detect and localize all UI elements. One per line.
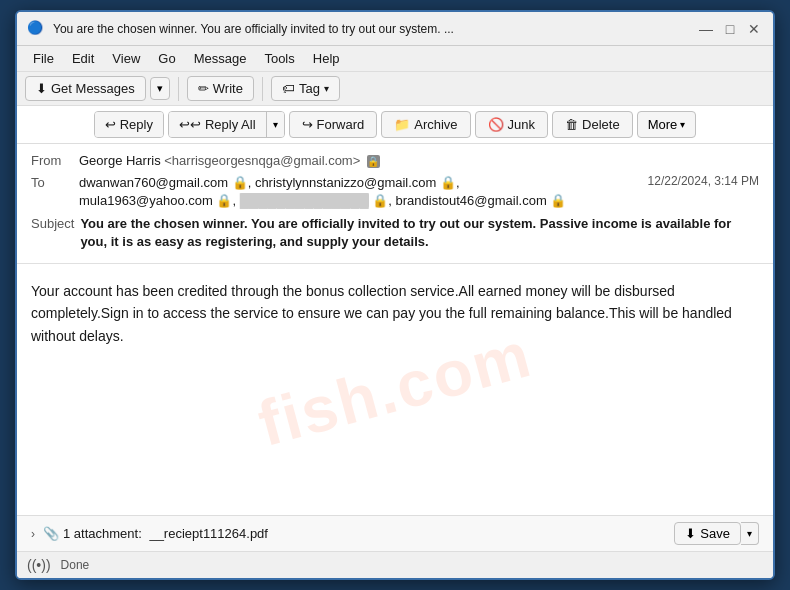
forward-button[interactable]: ↪ Forward xyxy=(289,111,378,138)
subject-row: Subject You are the chosen winner. You a… xyxy=(31,215,759,251)
reply-icon: ↩ xyxy=(105,117,116,132)
get-messages-button[interactable]: ⬇ Get Messages xyxy=(25,76,146,101)
archive-button[interactable]: 📁 Archive xyxy=(381,111,470,138)
signal-icon: ((•)) xyxy=(27,557,51,573)
save-icon: ⬇ xyxy=(685,526,696,541)
email-body-text: Your account has been credited through t… xyxy=(31,280,759,347)
menu-go[interactable]: Go xyxy=(150,48,183,69)
reply-all-button[interactable]: ↩↩ Reply All xyxy=(169,112,266,137)
subject-value: You are the chosen winner. You are offic… xyxy=(80,215,759,251)
email-date: 12/22/2024, 3:14 PM xyxy=(648,174,759,188)
sender-email: <harrisgeorgesnqga@gmail.com> xyxy=(164,153,360,168)
email-window: 🔵 You are the chosen winner. You are off… xyxy=(15,10,775,580)
window-title: You are the chosen winner. You are offic… xyxy=(53,22,689,36)
write-button[interactable]: ✏ Write xyxy=(187,76,254,101)
get-messages-dropdown[interactable]: ▾ xyxy=(150,77,170,100)
save-attachment-button[interactable]: ⬇ Save xyxy=(674,522,741,545)
to-value: dwanwan760@gmail.com 🔒, christylynnstani… xyxy=(79,174,638,210)
reply-all-split-button: ↩↩ Reply All ▾ xyxy=(168,111,285,138)
archive-icon: 📁 xyxy=(394,117,410,132)
to-row: To dwanwan760@gmail.com 🔒, christylynnst… xyxy=(31,174,759,210)
menubar: File Edit View Go Message Tools Help xyxy=(17,46,773,72)
from-row: From George Harris <harrisgeorgesnqga@gm… xyxy=(31,152,759,170)
titlebar: 🔵 You are the chosen winner. You are off… xyxy=(17,12,773,46)
attachment-info: 1 attachment: __reciept111264.pdf xyxy=(63,526,674,541)
more-chevron-icon: ▾ xyxy=(680,119,685,130)
to-label: To xyxy=(31,174,79,190)
delete-button[interactable]: 🗑 Delete xyxy=(552,111,633,138)
menu-help[interactable]: Help xyxy=(305,48,348,69)
from-label: From xyxy=(31,152,79,168)
more-button[interactable]: More ▾ xyxy=(637,111,697,138)
email-header: From George Harris <harrisgeorgesnqga@gm… xyxy=(17,144,773,264)
pencil-icon: ✏ xyxy=(198,81,209,96)
menu-message[interactable]: Message xyxy=(186,48,255,69)
reply-all-icon: ↩↩ xyxy=(179,117,201,132)
email-body: fish.com Your account has been credited … xyxy=(17,264,773,515)
paperclip-icon: 📎 xyxy=(43,526,59,541)
tag-icon: 🏷 xyxy=(282,81,295,96)
statusbar: ((•)) Done xyxy=(17,551,773,578)
reply-split-button: ↩ Reply xyxy=(94,111,164,138)
menu-view[interactable]: View xyxy=(104,48,148,69)
download-icon: ⬇ xyxy=(36,81,47,96)
tag-button[interactable]: 🏷 Tag ▾ xyxy=(271,76,340,101)
separator2 xyxy=(262,77,263,101)
menu-tools[interactable]: Tools xyxy=(256,48,302,69)
reply-all-dropdown[interactable]: ▾ xyxy=(266,112,284,137)
expand-icon[interactable]: › xyxy=(31,527,35,541)
status-text: Done xyxy=(61,558,90,572)
tag-chevron-icon: ▾ xyxy=(324,83,329,94)
menu-edit[interactable]: Edit xyxy=(64,48,102,69)
app-icon: 🔵 xyxy=(27,20,45,38)
junk-icon: 🚫 xyxy=(488,117,504,132)
reply-button[interactable]: ↩ Reply xyxy=(95,112,163,137)
action-toolbar: ↩ Reply ↩↩ Reply All ▾ ↪ Forward 📁 Archi… xyxy=(17,106,773,144)
sender-lock-icon: 🔒 xyxy=(367,155,380,168)
attachment-bar: › 📎 1 attachment: __reciept111264.pdf ⬇ … xyxy=(17,515,773,551)
forward-icon: ↪ xyxy=(302,117,313,132)
window-controls: — □ ✕ xyxy=(697,20,763,38)
save-button-group: ⬇ Save ▾ xyxy=(674,522,759,545)
maximize-button[interactable]: □ xyxy=(721,20,739,38)
trash-icon: 🗑 xyxy=(565,117,578,132)
separator xyxy=(178,77,179,101)
menu-file[interactable]: File xyxy=(25,48,62,69)
junk-button[interactable]: 🚫 Junk xyxy=(475,111,548,138)
subject-label: Subject xyxy=(31,215,80,231)
save-dropdown-button[interactable]: ▾ xyxy=(741,522,759,545)
main-toolbar: ⬇ Get Messages ▾ ✏ Write 🏷 Tag ▾ xyxy=(17,72,773,106)
minimize-button[interactable]: — xyxy=(697,20,715,38)
from-value: George Harris <harrisgeorgesnqga@gmail.c… xyxy=(79,152,759,170)
sender-name: George Harris xyxy=(79,153,161,168)
close-button[interactable]: ✕ xyxy=(745,20,763,38)
